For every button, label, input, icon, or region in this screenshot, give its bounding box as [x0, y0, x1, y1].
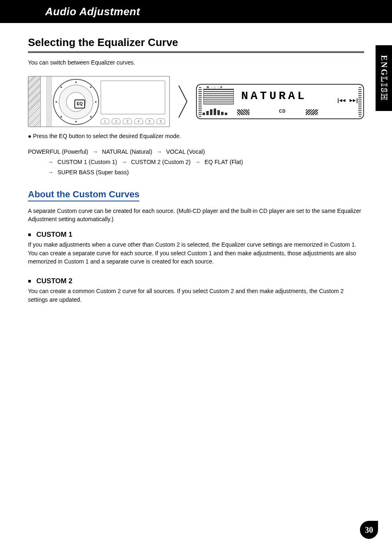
display-illustration: R ◦ ⌂ ◦ F NATURAL CD |◂◂ ▸▸|	[196, 84, 364, 119]
display-right-indicator	[306, 109, 318, 115]
preset-button[interactable]: 5	[145, 118, 154, 124]
display-left-indicator	[237, 109, 249, 115]
faceplate-stripe	[46, 76, 52, 127]
faceplate-illustration: EQ 1 2 3 4 5 6	[28, 76, 170, 127]
eq-mode: VOCAL (Vocal)	[166, 148, 205, 155]
preset-button[interactable]: 3	[123, 118, 131, 124]
custom2-body: You can create a common Custom 2 curve f…	[28, 287, 364, 304]
display-source-text: CD	[279, 109, 286, 113]
subsection-description: A separate Custom curve can be created f…	[28, 207, 364, 223]
preset-button[interactable]: 2	[112, 118, 120, 124]
square-bullet-icon: ■	[28, 231, 31, 238]
custom1-heading: ■ CUSTOM 1	[28, 231, 364, 239]
custom1-body: If you make adjustments when a curve oth…	[28, 240, 364, 266]
section-title: Selecting the Equalizer Curve	[28, 36, 364, 53]
subsection-title: About the Custom Curves	[28, 189, 139, 201]
eq-mode: NATURAL (Natural)	[102, 148, 152, 155]
custom2-heading: ■ CUSTOM 2	[28, 277, 364, 285]
preset-button[interactable]: 6	[157, 118, 165, 124]
prev-track-icon: |◂◂	[337, 97, 346, 103]
illustration-row: EQ 1 2 3 4 5 6 R ◦ ⌂ ◦ F	[28, 76, 364, 127]
eq-button[interactable]: EQ	[74, 99, 85, 109]
display-spectrum	[203, 108, 231, 115]
eq-mode: EQ FLAT (Flat)	[205, 159, 243, 165]
chevron-right-icon	[177, 84, 189, 119]
custom2-block: ■ CUSTOM 2 You can create a common Custo…	[28, 277, 364, 304]
custom2-title: CUSTOM 2	[37, 277, 73, 285]
language-outline: LISH	[380, 76, 389, 101]
arrow-right-icon: →	[156, 147, 162, 157]
header-bar: Audio Adjustment	[0, 0, 392, 23]
faceplate-edge-hatch	[28, 76, 41, 127]
faceplate-screen	[101, 81, 165, 114]
eq-mode: POWERFUL (Powerful)	[28, 148, 88, 155]
display-eq-graphic	[203, 89, 234, 104]
eq-mode: SUPER BASS (Super bass)	[58, 169, 129, 176]
arrow-right-icon: →	[121, 157, 127, 167]
eq-cycle-list: POWERFUL (Powerful) → NATURAL (Natural) …	[28, 147, 364, 178]
custom1-title: CUSTOM 1	[37, 231, 73, 238]
header-title: Audio Adjustment	[45, 5, 140, 18]
page-content: Selecting the Equalizer Curve You can sw…	[0, 23, 392, 304]
display-main-text: NATURAL	[241, 90, 326, 102]
preset-button[interactable]: 1	[101, 118, 109, 124]
arrow-right-icon: →	[195, 157, 201, 167]
section-intro: You can switch between Equalizer curves.	[28, 59, 364, 67]
arrow-right-icon: →	[48, 157, 53, 167]
step-instruction: ● Press the EQ button to select the desi…	[28, 133, 364, 139]
eq-mode: CUSTOM 2 (Custom 2)	[131, 159, 191, 165]
page-number: 30	[360, 521, 378, 539]
display-edge-right	[358, 87, 362, 117]
eq-mode: CUSTOM 1 (Custom 1)	[58, 159, 117, 165]
language-tab: ENGLISH	[376, 45, 392, 111]
display-mode-text: NATURAL	[241, 90, 307, 102]
preset-button[interactable]: 4	[134, 118, 143, 124]
next-track-icon: ▸▸|	[350, 97, 358, 103]
language-bold: ENG	[380, 55, 389, 76]
control-knob: EQ	[53, 79, 99, 125]
square-bullet-icon: ■	[28, 278, 31, 284]
custom1-block: ■ CUSTOM 1 If you make adjustments when …	[28, 231, 364, 266]
arrow-right-icon: →	[48, 167, 53, 178]
display-edge-left	[198, 87, 202, 117]
preset-button-row: 1 2 3 4 5 6	[101, 118, 165, 124]
arrow-right-icon: →	[92, 147, 98, 157]
